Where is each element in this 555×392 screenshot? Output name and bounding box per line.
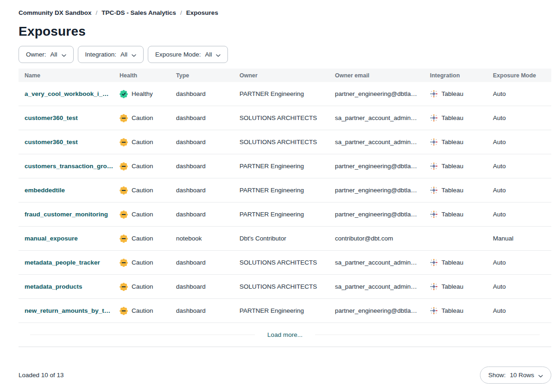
tableau-icon [430, 283, 438, 291]
chevron-down-icon [216, 51, 221, 58]
exposure-mode-filter-value: All [205, 51, 212, 58]
load-more-row: Load more... [19, 323, 551, 347]
integration-filter-dropdown[interactable]: Integration: All [78, 46, 144, 63]
exposure-name-link[interactable]: customer360_test [25, 114, 78, 121]
exposure-name-link[interactable]: metadata_products [25, 283, 82, 290]
name-cell: customers_transaction_gro… [19, 163, 114, 170]
health-label: Caution [132, 187, 153, 194]
exposure-name-link[interactable]: a_very_cool_workbook_i_… [25, 90, 109, 97]
integration-label: Tableau [441, 187, 463, 194]
owner-filter-dropdown[interactable]: Owner: All [19, 46, 74, 63]
exposure-name-link[interactable]: metadata_people_tracker [25, 259, 100, 266]
owner-cell: PARTNER Engineering [233, 90, 329, 97]
owner-email-cell: partner_engineering@dbtla… [329, 90, 424, 97]
health-cell: Caution [114, 186, 170, 195]
table-row: a_very_cool_workbook_i_… [19, 82, 551, 106]
type-cell: dashboard [170, 283, 233, 290]
health-status-icon [120, 162, 128, 171]
breadcrumb-exposures: Exposures [186, 9, 218, 16]
integration-cell: Tableau [424, 307, 487, 315]
table-row: metadata_people_tracker [19, 251, 551, 275]
type-cell: dashboard [170, 259, 233, 266]
column-header-type: Type [170, 72, 233, 79]
tableau-icon [430, 259, 438, 266]
integration-cell: Tableau [424, 186, 487, 194]
health-status-icon [120, 186, 128, 195]
health-label: Caution [132, 211, 153, 218]
load-more-link[interactable]: Load more... [266, 331, 303, 338]
health-cell: Caution [114, 307, 170, 315]
chevron-down-icon [132, 51, 136, 58]
integration-cell: Tableau [424, 283, 487, 291]
name-cell: manual_exposure [19, 235, 114, 242]
exposure-name-link[interactable]: new_return_amounts_by_t… [25, 307, 110, 314]
health-cell: Caution [114, 283, 170, 291]
owner-filter-label: Owner: [26, 51, 46, 58]
integration-cell: Tableau [424, 162, 487, 170]
column-header-name: Name [19, 72, 114, 79]
type-cell: dashboard [170, 139, 233, 145]
integration-filter-label: Integration: [85, 51, 117, 58]
health-status-icon [120, 114, 128, 122]
exposures-table: Name Health Type Owner Owner email Integ… [19, 69, 551, 347]
health-label: Caution [132, 283, 153, 290]
owner-filter-value: All [50, 51, 57, 58]
owner-cell: PARTNER Engineering [233, 307, 329, 314]
tableau-icon [430, 186, 438, 194]
breadcrumb-separator: / [180, 9, 182, 16]
exposure-mode-cell: Auto [487, 307, 551, 314]
column-header-owner-email: Owner email [329, 72, 424, 79]
type-cell: dashboard [170, 187, 233, 194]
integration-cell: Tableau [424, 259, 487, 266]
owner-cell: Dbt's Contributor [233, 235, 329, 242]
owner-email-cell: partner_engineering@dbtla… [329, 187, 424, 194]
type-cell: notebook [170, 235, 233, 242]
owner-email-cell: sa_partner_account_admin… [329, 259, 424, 266]
exposure-mode-cell: Auto [487, 259, 551, 266]
type-cell: dashboard [170, 90, 233, 97]
name-cell: metadata_products [19, 283, 114, 290]
exposure-mode-filter-label: Exposure Mode: [155, 51, 201, 58]
column-header-integration: Integration [424, 72, 487, 79]
exposure-name-link[interactable]: manual_exposure [25, 235, 78, 242]
rows-per-page-dropdown[interactable]: Show: 10 Rows [480, 367, 551, 384]
health-status-icon [120, 307, 128, 315]
exposure-name-link[interactable]: fraud_customer_monitoring [25, 211, 108, 218]
exposure-mode-filter-dropdown[interactable]: Exposure Mode: All [148, 46, 228, 63]
exposure-mode-cell: Auto [487, 163, 551, 170]
divider [315, 335, 540, 335]
exposure-name-link[interactable]: customer360_test [25, 139, 78, 145]
tableau-icon [430, 307, 438, 315]
name-cell: new_return_amounts_by_t… [19, 307, 114, 314]
owner-cell: PARTNER Engineering [233, 163, 329, 170]
table-row: manual_exposure [19, 227, 551, 251]
table-row: new_return_amounts_by_t… [19, 299, 551, 323]
name-cell: fraud_customer_monitoring [19, 211, 114, 218]
owner-cell: PARTNER Engineering [233, 187, 329, 194]
exposures-page: Community DX Sandbox / TPC-DS - Sales An… [0, 9, 555, 384]
breadcrumb-project[interactable]: Community DX Sandbox [19, 9, 92, 16]
breadcrumb-environment[interactable]: TPC-DS - Sales Analytics [101, 9, 176, 16]
integration-label: Tableau [441, 139, 463, 145]
health-cell: Healthy [114, 90, 170, 98]
footer-bar: Loaded 10 of 13 Show: 10 Rows [19, 367, 551, 384]
show-label: Show: [488, 372, 506, 379]
exposure-mode-cell: Auto [487, 114, 551, 121]
show-value: 10 Rows [510, 372, 534, 379]
column-header-health: Health [114, 72, 170, 79]
chevron-down-icon [62, 51, 66, 58]
health-cell: Caution [114, 234, 170, 243]
table-row: customer360_test [19, 130, 551, 154]
table-row: embeddedtile [19, 178, 551, 202]
integration-filter-value: All [120, 51, 127, 58]
integration-label: Tableau [441, 90, 463, 97]
name-cell: customer360_test [19, 114, 114, 121]
integration-label: Tableau [441, 114, 463, 121]
exposure-name-link[interactable]: customers_transaction_gro… [25, 163, 113, 170]
owner-cell: SOLUTIONS ARCHITECTS [233, 283, 329, 290]
health-status-icon [120, 234, 128, 243]
health-status-icon [120, 138, 128, 146]
health-label: Caution [132, 163, 153, 170]
exposure-name-link[interactable]: embeddedtile [25, 187, 65, 194]
owner-email-cell: sa_partner_account_admin… [329, 114, 424, 121]
